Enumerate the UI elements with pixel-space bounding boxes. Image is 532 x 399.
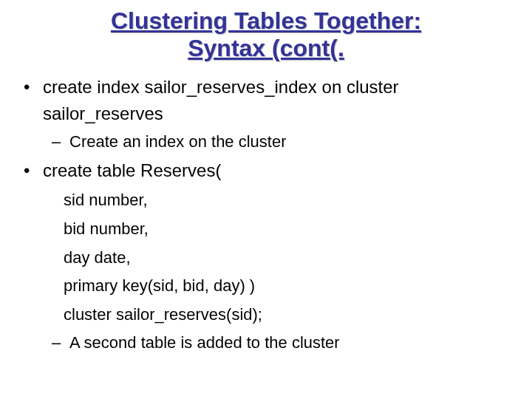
- bullet-1-sub: – Create an index on the cluster: [52, 132, 510, 153]
- bullet-dash: –: [52, 132, 69, 153]
- bullet-2: • create table Reserves(: [22, 159, 510, 183]
- slide-title: Clustering Tables Together: Syntax (cont…: [22, 7, 510, 62]
- bullet-dot: •: [22, 75, 43, 99]
- bullet-1: • create index sailor_reserves_index on …: [22, 75, 510, 99]
- bullet-1-line-2: sailor_reserves: [43, 102, 510, 126]
- code-line-3: day date,: [64, 248, 510, 269]
- bullet-2-sub: – A second table is added to the cluster: [52, 332, 510, 354]
- code-line-5: cluster sailor_reserves(sid);: [64, 304, 510, 326]
- bullet-2-line-1: create table Reserves(: [43, 159, 510, 183]
- code-line-4: primary key(sid, bid, day) ): [64, 276, 510, 297]
- bullet-dot: •: [22, 159, 43, 183]
- bullet-2-sub-text: A second table is added to the cluster: [69, 332, 510, 354]
- bullet-1-line-1: create index sailor_reserves_index on cl…: [43, 75, 510, 99]
- code-line-2: bid number,: [64, 219, 510, 240]
- title-line-1: Clustering Tables Together:: [111, 7, 421, 34]
- bullet-1-sub-text: Create an index on the cluster: [69, 132, 510, 153]
- title-line-2: Syntax (cont(.: [188, 35, 344, 61]
- bullet-dash: –: [52, 332, 69, 354]
- code-line-1: sid number,: [64, 190, 510, 211]
- slide: Clustering Tables Together: Syntax (cont…: [0, 0, 532, 399]
